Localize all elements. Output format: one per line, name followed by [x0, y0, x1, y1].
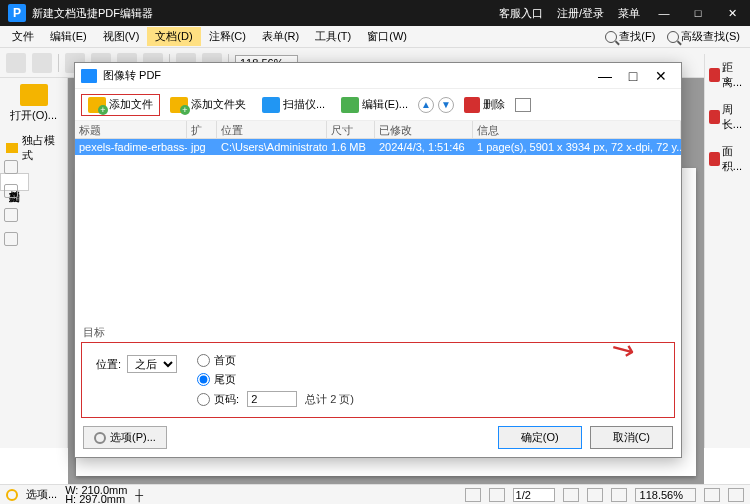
page-input[interactable]: [513, 488, 555, 502]
delete-button[interactable]: 删除: [458, 95, 511, 115]
dialog-titlebar: 图像转 PDF — □ ✕: [75, 63, 681, 89]
position-select[interactable]: 之后: [127, 355, 177, 373]
page-number-input[interactable]: [247, 391, 297, 407]
status-bar: 选项... W: 210.0mmH: 297.0mm ┼ 118.56%: [0, 484, 750, 504]
left-panel: 打开(O)... 独占模式 新建文档: [0, 78, 68, 448]
dialog-minimize-button[interactable]: —: [591, 68, 619, 84]
nav-last-button[interactable]: [587, 488, 603, 502]
delete-icon: [464, 97, 480, 113]
menu-file[interactable]: 文件: [4, 27, 42, 46]
perimeter-button[interactable]: 周长...: [705, 96, 750, 138]
dialog-maximize-button[interactable]: □: [619, 68, 647, 84]
add-file-icon: [88, 97, 106, 113]
measure-icon: [709, 152, 720, 166]
col-title[interactable]: 标题: [75, 121, 187, 138]
nav-next-button[interactable]: [563, 488, 579, 502]
menubar: 文件 编辑(E) 视图(V) 文档(D) 注释(C) 表单(R) 工具(T) 窗…: [0, 26, 750, 48]
menu-edit[interactable]: 编辑(E): [42, 27, 95, 46]
area-button[interactable]: 面积...: [705, 138, 750, 180]
total-pages-label: 总计 2 页): [305, 392, 354, 407]
add-folder-button[interactable]: 添加文件夹: [164, 95, 252, 115]
distance-button[interactable]: 距离...: [705, 54, 750, 96]
service-link[interactable]: 客服入口: [499, 6, 543, 21]
status-options-button[interactable]: 选项...: [26, 487, 57, 502]
measure-icon: [709, 68, 720, 82]
left-tool-button[interactable]: [4, 208, 18, 222]
menu-link[interactable]: 菜单: [618, 6, 640, 21]
left-tool-button[interactable]: [4, 184, 18, 198]
nav-prev-button[interactable]: [489, 488, 505, 502]
target-label: 目标: [75, 319, 681, 340]
dialog-toolbar: 添加文件 添加文件夹 扫描仪... 编辑(E)... ▲ ▼ 删除: [75, 89, 681, 121]
right-panel: 距离... 周长... 面积...: [704, 54, 750, 448]
nav-first-button[interactable]: [465, 488, 481, 502]
dialog-icon: [81, 69, 97, 83]
file-row[interactable]: pexels-fadime-erbass-1.. jpg C:\Users\Ad…: [75, 139, 681, 155]
toolbar-button[interactable]: [32, 53, 52, 73]
app-title: 新建文档迅捷PDF编辑器: [32, 6, 499, 21]
left-tool-button[interactable]: [4, 160, 18, 174]
page-dimensions: W: 210.0mmH: 297.0mm: [65, 486, 127, 504]
dialog-close-button[interactable]: ✕: [647, 68, 675, 84]
menu-comment[interactable]: 注释(C): [201, 27, 254, 46]
scanner-button[interactable]: 扫描仪...: [256, 95, 331, 115]
col-modified[interactable]: 已修改: [375, 121, 473, 138]
menu-window[interactable]: 窗口(W): [359, 27, 415, 46]
menu-tool[interactable]: 工具(T): [307, 27, 359, 46]
add-folder-icon: [170, 97, 188, 113]
fit-button[interactable]: [728, 488, 744, 502]
search-icon: [667, 31, 679, 43]
login-link[interactable]: 注册/登录: [557, 6, 604, 21]
col-info[interactable]: 信息: [473, 121, 681, 138]
advanced-find-button[interactable]: 高级查找(S): [661, 27, 746, 46]
cancel-button[interactable]: 取消(C): [590, 426, 673, 449]
zoom-in-button[interactable]: [704, 488, 720, 502]
radio-first-page[interactable]: 首页: [197, 353, 354, 368]
dialog-title: 图像转 PDF: [103, 68, 591, 83]
menu-view[interactable]: 视图(V): [95, 27, 148, 46]
add-file-button[interactable]: 添加文件: [81, 94, 160, 116]
toolbar-button[interactable]: [6, 53, 26, 73]
image-to-pdf-dialog: 图像转 PDF — □ ✕ 添加文件 添加文件夹 扫描仪... 编辑(E)...…: [74, 62, 682, 458]
measure-icon: [709, 110, 720, 124]
dialog-footer: 选项(P)... 确定(O) 取消(C): [75, 418, 681, 457]
find-button[interactable]: 查找(F): [599, 27, 661, 46]
file-list: pexels-fadime-erbass-1.. jpg C:\Users\Ad…: [75, 139, 681, 319]
position-label: 位置:: [96, 357, 121, 372]
view-mode-button[interactable]: [515, 98, 531, 112]
file-list-header: 标题 扩展 位置 尺寸 已修改 信息: [75, 121, 681, 139]
menu-document[interactable]: 文档(D): [147, 27, 200, 46]
move-down-button[interactable]: ▼: [438, 97, 454, 113]
titlebar: P 新建文档迅捷PDF编辑器 客服入口 注册/登录 菜单 — □ ✕: [0, 0, 750, 26]
search-icon: [605, 31, 617, 43]
edit-icon: [341, 97, 359, 113]
col-location[interactable]: 位置: [217, 121, 327, 138]
zoom-out-button[interactable]: [611, 488, 627, 502]
minimize-button[interactable]: —: [654, 7, 674, 19]
col-ext[interactable]: 扩展: [187, 121, 217, 138]
scanner-icon: [262, 97, 280, 113]
close-button[interactable]: ✕: [722, 7, 742, 20]
left-tool-button[interactable]: [4, 232, 18, 246]
move-up-button[interactable]: ▲: [418, 97, 434, 113]
folder-icon: [20, 84, 48, 106]
maximize-button[interactable]: □: [688, 7, 708, 19]
radio-page-number[interactable]: 页码:: [197, 392, 239, 407]
ok-button[interactable]: 确定(O): [498, 426, 582, 449]
options-button[interactable]: 选项(P)...: [83, 426, 167, 449]
app-logo-icon: P: [8, 4, 26, 22]
target-options: 位置: 之后 首页 尾页 页码: 总计 2 页) ↘: [81, 342, 675, 418]
crown-icon: [6, 143, 18, 153]
open-button[interactable]: 打开(O)...: [0, 78, 67, 129]
zoom-display[interactable]: 118.56%: [635, 488, 696, 502]
gear-icon: [94, 432, 106, 444]
left-tools: [4, 160, 18, 246]
edit-button[interactable]: 编辑(E)...: [335, 95, 414, 115]
menu-form[interactable]: 表单(R): [254, 27, 307, 46]
col-size[interactable]: 尺寸: [327, 121, 375, 138]
radio-last-page[interactable]: 尾页: [197, 372, 354, 387]
gear-icon: [6, 489, 18, 501]
